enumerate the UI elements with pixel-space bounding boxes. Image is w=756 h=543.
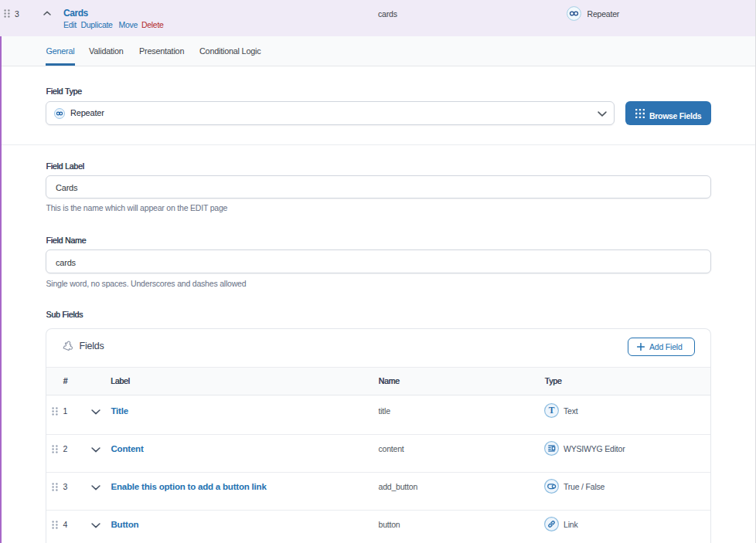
- svg-text:T: T: [549, 406, 555, 415]
